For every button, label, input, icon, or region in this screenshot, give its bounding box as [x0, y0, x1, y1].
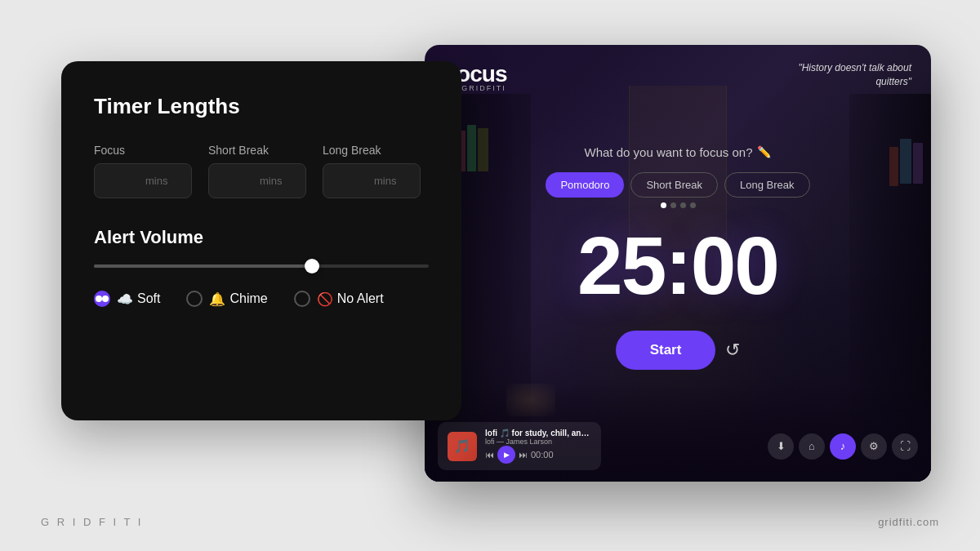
long-break-unit: mins — [374, 175, 396, 187]
prev-icon[interactable]: ⏮ — [485, 450, 494, 460]
focus-input-box[interactable]: 25 mins — [94, 163, 192, 198]
tab-long-break[interactable]: Long Break — [724, 172, 810, 198]
focus-unit: mins — [145, 175, 167, 187]
home-icon-btn[interactable]: ⌂ — [799, 433, 825, 460]
music-artist: lofi — James Larson — [485, 438, 591, 446]
alert-options-group: ☁️ Soft 🔔 Chime 🚫 No Alert — [94, 291, 429, 307]
short-break-input-box[interactable]: 10 mins — [208, 163, 306, 198]
focus-value[interactable]: 25 — [106, 172, 139, 189]
footer-icons: ⬇ ⌂ ♪ ⚙ ⛶ — [768, 433, 918, 460]
volume-slider-track — [94, 264, 429, 268]
volume-slider-container[interactable] — [94, 264, 429, 268]
start-button[interactable]: Start — [616, 331, 716, 370]
download-icon-btn[interactable]: ⬇ — [768, 433, 794, 460]
app-header: flocus BY GRIDFITI "History doesn't talk… — [425, 45, 931, 92]
long-break-label: Long Break — [323, 144, 421, 157]
music-info: lofi 🎵 for study, chill, and... lofi — J… — [485, 429, 591, 464]
timer-controls: Start ↺ — [616, 331, 741, 370]
timer-tabs: Pomodoro Short Break Long Break — [546, 172, 809, 198]
short-break-timer-item: Short Break 10 mins — [208, 144, 306, 198]
dot-3 — [680, 202, 686, 208]
edit-icon[interactable]: ✏️ — [757, 145, 771, 158]
play-button[interactable]: ▶ — [497, 446, 515, 464]
music-controls: ⏮ ▶ ⏭ 00:00 — [485, 446, 591, 464]
alert-option-no-alert[interactable]: 🚫 No Alert — [294, 291, 384, 307]
fullscreen-icon-btn[interactable]: ⛶ — [892, 433, 918, 460]
timer-row: Focus 25 mins Short Break 10 mins Long B… — [94, 144, 429, 198]
long-break-input-box[interactable]: 20 mins — [323, 163, 421, 198]
brand-right: gridfiti.com — [878, 516, 939, 528]
alert-option-soft[interactable]: ☁️ Soft — [94, 291, 160, 307]
music-player: 🎵 lofi 🎵 for study, chill, and... lofi —… — [438, 422, 601, 470]
timer-display: 25:00 — [577, 224, 778, 306]
radio-chime[interactable] — [186, 291, 203, 307]
radio-soft[interactable] — [94, 291, 110, 307]
soft-label: ☁️ Soft — [117, 291, 160, 307]
quote-display: "History doesn't talk about quitters" — [764, 61, 911, 89]
radio-no-alert[interactable] — [294, 291, 310, 307]
focus-label: Focus — [94, 144, 192, 157]
settings-icon-btn[interactable]: ⚙ — [861, 433, 887, 460]
next-icon[interactable]: ⏭ — [519, 450, 528, 460]
volume-slider-fill — [94, 264, 312, 268]
dot-2 — [670, 202, 676, 208]
dot-4 — [690, 202, 696, 208]
settings-title: Timer Lengths — [94, 94, 429, 119]
app-footer: 🎵 lofi 🎵 for study, chill, and... lofi —… — [425, 414, 931, 482]
dot-1 — [661, 202, 666, 208]
chime-label: 🔔 Chime — [209, 291, 267, 307]
reset-button[interactable]: ↺ — [725, 340, 740, 361]
brand-left: G R I D F I T I — [41, 516, 143, 528]
app-background: flocus BY GRIDFITI "History doesn't talk… — [425, 45, 931, 482]
timer-lengths-section: Focus 25 mins Short Break 10 mins Long B… — [94, 144, 429, 198]
alert-volume-section: Alert Volume ☁️ Soft 🔔 Chime 🚫 No Alert — [94, 227, 429, 307]
alert-option-chime[interactable]: 🔔 Chime — [186, 291, 267, 307]
music-thumbnail: 🎵 — [448, 432, 477, 461]
music-icon-btn[interactable]: ♪ — [830, 433, 856, 460]
focus-question: What do you want to focus on? ✏️ — [585, 145, 772, 159]
music-time: 00:00 — [531, 450, 554, 460]
music-title: lofi 🎵 for study, chill, and... — [485, 429, 591, 438]
settings-panel: Timer Lengths Focus 25 mins Short Break … — [61, 61, 461, 420]
app-main-content: What do you want to focus on? ✏️ Pomodor… — [425, 92, 931, 414]
alert-volume-title: Alert Volume — [94, 227, 429, 248]
tab-short-break[interactable]: Short Break — [630, 172, 718, 198]
tab-pomodoro[interactable]: Pomodoro — [546, 172, 624, 198]
progress-dots — [661, 202, 696, 208]
long-break-value[interactable]: 20 — [335, 172, 368, 189]
volume-slider-thumb[interactable] — [305, 259, 319, 273]
no-alert-label: 🚫 No Alert — [317, 291, 384, 307]
short-break-value[interactable]: 10 — [220, 172, 253, 189]
long-break-timer-item: Long Break 20 mins — [323, 144, 421, 198]
short-break-label: Short Break — [208, 144, 306, 157]
app-panel: flocus BY GRIDFITI "History doesn't talk… — [425, 45, 931, 482]
short-break-unit: mins — [260, 175, 282, 187]
focus-timer-item: Focus 25 mins — [94, 144, 192, 198]
